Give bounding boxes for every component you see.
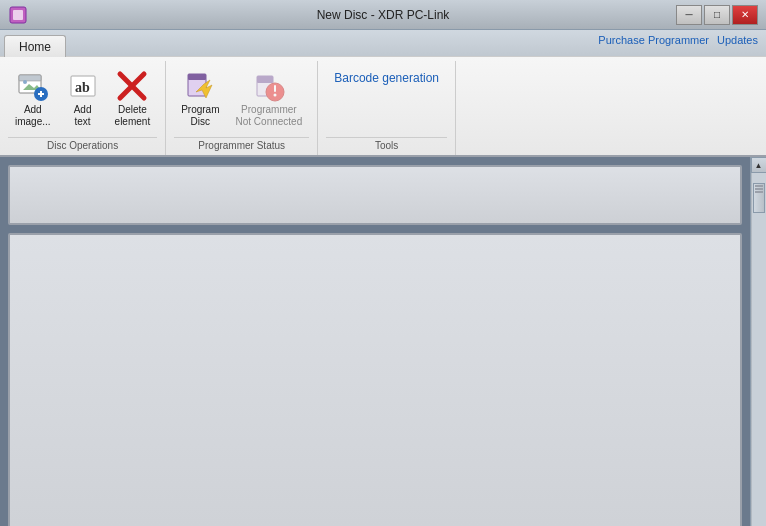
add-text-label: Addtext: [74, 104, 92, 128]
main-content: [0, 157, 750, 526]
maximize-button[interactable]: □: [704, 5, 730, 25]
ribbon-links: Purchase Programmer Updates: [598, 34, 758, 46]
program-disc-label: ProgramDisc: [181, 104, 219, 128]
scroll-track[interactable]: [752, 173, 766, 526]
programmer-not-connected-label: ProgrammerNot Connected: [236, 104, 303, 128]
barcode-group-content: Barcode generation: [326, 65, 447, 133]
main-scrollbar: ▲ ▼: [750, 157, 766, 526]
programmer-status-buttons: ProgramDisc: [174, 65, 309, 133]
barcode-generation-link[interactable]: Barcode generation: [326, 67, 447, 89]
barcode-tools-group: Barcode generation Tools: [318, 61, 456, 155]
disc-operations-group: Addimage... ab Addtext: [0, 61, 166, 155]
updates-link[interactable]: Updates: [717, 34, 758, 46]
programmer-not-connected-button[interactable]: ProgrammerNot Connected: [229, 65, 310, 133]
delete-element-label: Deleteelement: [115, 104, 151, 128]
title-bar: New Disc - XDR PC-Link ─ □ ✕: [0, 0, 766, 30]
top-content-panel: [8, 165, 742, 225]
program-disc-button[interactable]: ProgramDisc: [174, 65, 226, 133]
add-text-icon: ab: [67, 70, 99, 102]
add-image-button[interactable]: Addimage...: [8, 65, 58, 133]
ribbon-content: Addimage... ab Addtext: [0, 56, 766, 155]
scroll-grip-3: [755, 191, 763, 193]
main-area-container: ▲ ▼: [0, 157, 766, 526]
svg-rect-3: [19, 75, 41, 81]
svg-rect-8: [40, 91, 42, 97]
add-image-label: Addimage...: [15, 104, 51, 128]
programmer-status-label: Programmer Status: [174, 137, 309, 153]
programmer-status-icon: [253, 70, 285, 102]
minimize-button[interactable]: ─: [676, 5, 702, 25]
delete-element-button[interactable]: Deleteelement: [108, 65, 158, 133]
add-image-icon: [17, 70, 49, 102]
add-text-button[interactable]: ab Addtext: [60, 65, 106, 133]
ribbon-tabs-bar: Home Purchase Programmer Updates: [0, 30, 766, 56]
scroll-up-arrow[interactable]: ▲: [751, 157, 767, 173]
scroll-grip-1: [755, 185, 763, 187]
purchase-programmer-link[interactable]: Purchase Programmer: [598, 34, 709, 46]
tab-home[interactable]: Home: [4, 35, 66, 57]
program-disc-icon: [184, 70, 216, 102]
svg-text:ab: ab: [75, 80, 90, 95]
svg-rect-1: [13, 10, 23, 20]
tools-label: Tools: [326, 137, 447, 153]
app-icon: [8, 5, 28, 25]
window-controls: ─ □ ✕: [676, 5, 758, 25]
disc-operations-buttons: Addimage... ab Addtext: [8, 65, 157, 133]
programmer-status-group: ProgramDisc: [166, 61, 318, 155]
svg-rect-17: [257, 76, 273, 83]
scroll-thumb[interactable]: [753, 183, 765, 213]
svg-rect-19: [274, 85, 276, 92]
svg-point-4: [23, 80, 27, 84]
window-title: New Disc - XDR PC-Link: [317, 8, 450, 22]
delete-element-icon: [116, 70, 148, 102]
svg-point-20: [273, 94, 276, 97]
ribbon: Home Purchase Programmer Updates: [0, 30, 766, 157]
main-content-panel: [8, 233, 742, 526]
disc-operations-label: Disc Operations: [8, 137, 157, 153]
svg-rect-14: [188, 74, 206, 80]
close-button[interactable]: ✕: [732, 5, 758, 25]
scroll-grip-2: [755, 188, 763, 190]
